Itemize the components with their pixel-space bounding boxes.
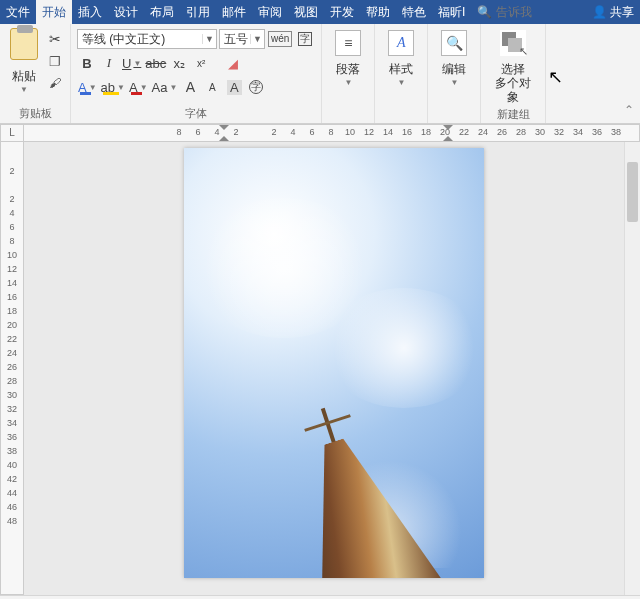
right-indent-marker[interactable] [443,125,453,141]
styles-icon: A [388,30,414,56]
tab-help[interactable]: 帮助 [360,0,396,24]
vertical-ruler[interactable]: 2246810121416182022242628303234363840424… [0,142,24,595]
font-name-dropdown-icon[interactable]: ▼ [202,34,216,44]
enclose-char-button[interactable]: 字 [246,77,266,97]
collapse-ribbon-button[interactable]: ⌃ [624,103,634,117]
tab-references[interactable]: 引用 [180,0,216,24]
ruler-corner[interactable]: L [0,124,24,142]
italic-button[interactable]: I [99,53,119,73]
font-size-combo[interactable]: 五号 ▼ [219,29,265,49]
tab-design[interactable]: 设计 [108,0,144,24]
group-font: 等线 (中文正文) ▼ 五号 ▼ wén 字 B I U▼ abc x₂ [71,24,322,123]
mouse-cursor-icon: ↖ [548,66,563,88]
paragraph-button[interactable]: ≡ 段落 ▼ [326,26,370,87]
tab-layout[interactable]: 布局 [144,0,180,24]
group-editing: 🔍 编辑 ▼ [428,24,481,123]
share-icon: 👤 [592,5,607,19]
scrollbar-thumb[interactable] [627,162,638,222]
clear-formatting-button[interactable]: ◢ [223,53,243,73]
group-clipboard: 粘贴 ▼ 剪贴板 [0,24,71,123]
workspace: L 86422468101214161820222426283032343638… [0,124,640,595]
page[interactable] [184,148,484,578]
tab-special[interactable]: 特色 [396,0,432,24]
phonetic-guide-button[interactable]: wén [267,29,293,49]
shrink-font-button[interactable]: A [202,77,222,97]
char-border-button[interactable]: 字 [295,29,315,49]
status-bar: 页面: 1 节: 1 第 1 页，共 1 页 设置值: 3厘米 − + 39% [0,595,640,599]
vertical-scrollbar[interactable] [624,142,640,595]
bold-button[interactable]: B [77,53,97,73]
paste-icon [10,28,38,60]
share-button[interactable]: 👤 共享 [586,4,640,21]
tab-insert[interactable]: 插入 [72,0,108,24]
paragraph-icon: ≡ [335,30,361,56]
select-objects-icon: ↖ [500,30,526,56]
select-multiple-objects-button[interactable]: ↖ 选择多个对象 [485,26,541,104]
format-painter-button[interactable] [46,74,64,92]
paste-button[interactable]: 粘贴 ▼ [4,26,44,94]
group-font-label: 字体 [75,103,317,123]
text-effects-button[interactable]: A▼ [77,77,98,97]
copy-button[interactable] [46,52,64,70]
grow-font-button[interactable]: A [180,77,200,97]
group-newgroup: ↖ 选择多个对象 新建组 [481,24,546,123]
ribbon: 粘贴 ▼ 剪贴板 等线 (中文正文) ▼ 五号 [0,24,640,124]
document-canvas[interactable] [24,142,640,595]
left-indent-marker[interactable] [219,125,229,141]
font-name-value: 等线 (中文正文) [78,31,202,48]
tab-home[interactable]: 开始 [36,0,72,24]
font-size-value: 五号 [220,31,250,48]
superscript-button[interactable]: x² [191,53,211,73]
highlight-button[interactable]: ab▼ [100,77,126,97]
cut-button[interactable] [46,30,64,48]
tell-me-search[interactable]: 🔍 [471,5,546,19]
strikethrough-button[interactable]: abc [144,53,167,73]
tab-review[interactable]: 审阅 [252,0,288,24]
font-name-combo[interactable]: 等线 (中文正文) ▼ [77,29,217,49]
group-clipboard-label: 剪贴板 [4,103,66,123]
horizontal-ruler[interactable]: 8642246810121416182022242628303234363842… [24,124,640,142]
tab-developer[interactable]: 开发 [324,0,360,24]
change-case-button[interactable]: Aa▼ [151,77,179,97]
group-styles: A 样式 ▼ [375,24,428,123]
font-color-button[interactable]: A▼ [128,77,149,97]
tab-mailings[interactable]: 邮件 [216,0,252,24]
group-newgroup-label: 新建组 [485,104,541,124]
menu-bar: 文件 开始 插入 设计 布局 引用 邮件 审阅 视图 开发 帮助 特色 福昕I … [0,0,640,24]
editing-button[interactable]: 🔍 编辑 ▼ [432,26,476,87]
underline-button[interactable]: U▼ [121,53,142,73]
styles-button[interactable]: A 样式 ▼ [379,26,423,87]
search-input[interactable] [496,5,540,19]
find-icon: 🔍 [441,30,467,56]
char-shading-button[interactable]: A [224,77,244,97]
paste-label: 粘贴 [12,68,36,85]
tab-foxit[interactable]: 福昕I [432,0,471,24]
share-label: 共享 [610,4,634,21]
search-icon: 🔍 [477,5,492,19]
tab-view[interactable]: 视图 [288,0,324,24]
subscript-button[interactable]: x₂ [169,53,189,73]
group-paragraph: ≡ 段落 ▼ [322,24,375,123]
font-size-dropdown-icon[interactable]: ▼ [250,34,264,44]
tab-file[interactable]: 文件 [0,0,36,24]
